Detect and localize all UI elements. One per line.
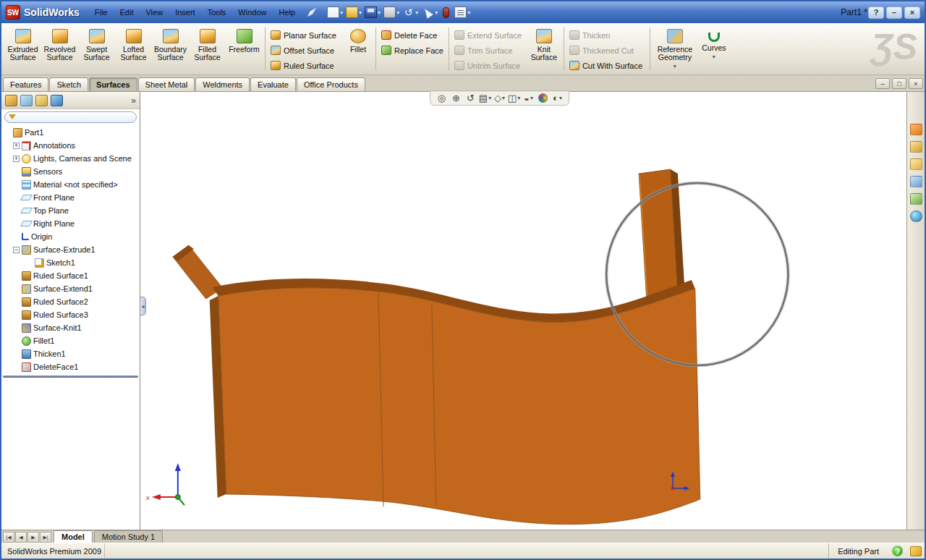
design-library-icon[interactable] — [910, 141, 922, 153]
tree-item-surface-knit1[interactable]: Surface-Knit1 — [1, 321, 140, 334]
tab-features[interactable]: Features — [3, 77, 48, 91]
cut-with-surface-button[interactable]: Cut With Surface — [566, 59, 647, 72]
tab-office-products[interactable]: Office Products — [297, 77, 365, 91]
menu-tools[interactable]: Tools — [202, 6, 232, 19]
tree-item-deleteface1[interactable]: DeleteFace1 — [1, 360, 140, 373]
doc-close-button[interactable]: × — [909, 78, 923, 89]
view-settings-icon[interactable]: ◐▾ — [551, 92, 564, 104]
rollback-bar[interactable] — [3, 376, 138, 378]
untrim-surface-button[interactable]: Untrim Surface — [451, 59, 527, 72]
sketch-circle[interactable] — [606, 183, 788, 365]
tab-sketch[interactable]: Sketch — [49, 77, 88, 91]
tab-weldments[interactable]: Weldments — [195, 77, 250, 91]
tree-item-right-plane[interactable]: Right Plane — [1, 217, 140, 230]
help-button[interactable]: ? — [868, 7, 884, 19]
tree-item-ruled-surface1[interactable]: Ruled Surface1 — [1, 269, 140, 282]
thicken-button[interactable]: Thicken — [566, 28, 647, 42]
graphics-area[interactable]: x — [140, 92, 906, 530]
close-button[interactable]: × — [904, 7, 920, 19]
tree-item-lights[interactable]: +Lights, Cameras and Scene — [1, 152, 140, 165]
tree-item-annotations[interactable]: +Annotations — [1, 139, 140, 152]
tree-item-part1[interactable]: Part1 — [1, 126, 140, 139]
tree-item-ruled-surface2[interactable]: Ruled Surface2 — [1, 295, 140, 308]
tree-item-front-plane[interactable]: Front Plane — [1, 191, 140, 204]
tab-scroll-first-button[interactable]: |◀ — [3, 532, 14, 543]
lofted-surface-button[interactable]: Lofted Surface — [115, 25, 152, 73]
extend-surface-button[interactable]: Extend Surface — [451, 28, 527, 42]
display-style-icon[interactable]: ◫▾ — [507, 92, 521, 104]
panel-overflow-chevron[interactable]: » — [131, 96, 136, 106]
expander[interactable]: + — [13, 143, 20, 149]
tree-item-ruled-surface3[interactable]: Ruled Surface3 — [1, 308, 140, 321]
tab-scroll-last-button[interactable]: ▶| — [40, 532, 51, 543]
fillet-button[interactable]: Fillet — [343, 25, 373, 73]
tree-item-origin[interactable]: Origin — [1, 230, 140, 243]
offset-surface-button[interactable]: Offset Surface — [268, 43, 343, 57]
resources-home-icon[interactable] — [910, 124, 922, 135]
zoom-fit-icon[interactable]: ◎ — [435, 92, 449, 104]
menu-help[interactable]: Help — [273, 6, 301, 19]
freeform-button[interactable]: Freeform — [226, 25, 263, 73]
quick-tips-help-icon[interactable]: ? — [892, 546, 903, 556]
hide-show-items-icon[interactable]: ◒▾ — [522, 92, 535, 104]
dropdown-caret-icon[interactable]: ▾ — [713, 54, 715, 60]
rebuild-button[interactable] — [439, 7, 453, 19]
save-button[interactable]: ▾ — [363, 6, 382, 19]
featuremanager-tab-icon[interactable] — [5, 95, 17, 106]
revolved-surface-button[interactable]: Revolved Surface — [41, 25, 78, 73]
ruled-surface-button[interactable]: Ruled Surface — [268, 59, 343, 72]
view-orientation-icon[interactable]: ◇▾ — [493, 92, 506, 104]
new-document-button[interactable]: ▾ — [326, 6, 344, 19]
menu-window[interactable]: Window — [232, 6, 272, 19]
configurationmanager-tab-icon[interactable] — [35, 95, 48, 106]
dropdown-caret-icon[interactable]: ▾ — [674, 64, 676, 69]
search-icon[interactable] — [910, 176, 922, 187]
tab-sheet-metal[interactable]: Sheet Metal — [138, 77, 195, 91]
reference-geometry-button[interactable]: Reference Geometry▾ — [653, 25, 697, 73]
menu-file[interactable]: File — [89, 6, 114, 19]
tree-item-sketch1[interactable]: Sketch1 — [1, 256, 140, 269]
tree-item-surface-extrude1[interactable]: −Surface-Extrude1 — [1, 243, 140, 256]
planar-surface-button[interactable]: Planar Surface — [268, 28, 343, 42]
tree-item-surface-extend1[interactable]: Surface-Extend1 — [1, 282, 140, 295]
graphics-viewport[interactable]: ◎ ⊕ ↺ ▤▾ ◇▾ ◫▾ ◒▾ ◐▾ ◂ — [140, 92, 906, 530]
tab-evaluate[interactable]: Evaluate — [250, 77, 296, 91]
tab-scroll-next-button[interactable]: ▶ — [27, 532, 39, 543]
doc-restore-button[interactable]: □ — [892, 78, 906, 89]
tree-item-top-plane[interactable]: Top Plane — [1, 204, 140, 217]
menu-insert[interactable]: Insert — [169, 6, 201, 19]
appearances-icon[interactable] — [910, 211, 922, 222]
tree-item-sensors[interactable]: Sensors — [1, 165, 140, 178]
replace-face-button[interactable]: Replace Face — [378, 43, 446, 57]
delete-face-button[interactable]: Delete Face — [378, 28, 446, 42]
undo-button[interactable]: ↺▾ — [401, 6, 420, 19]
print-button[interactable]: ▾ — [382, 6, 401, 19]
doc-minimize-button[interactable]: – — [875, 78, 890, 89]
menu-edit[interactable]: Edit — [114, 6, 140, 19]
open-button[interactable]: ▾ — [344, 6, 363, 19]
menu-view[interactable]: View — [140, 6, 169, 19]
thickened-cut-button[interactable]: Thickened Cut — [566, 43, 647, 57]
model-surface[interactable] — [210, 279, 700, 525]
file-explorer-icon[interactable] — [910, 158, 922, 170]
dimxpertmanager-tab-icon[interactable] — [51, 95, 63, 106]
tab-model[interactable]: Model — [54, 530, 93, 543]
curves-button[interactable]: Curves▾ — [697, 25, 731, 73]
minimize-button[interactable]: – — [886, 7, 902, 19]
options-button[interactable]: ▾ — [453, 6, 472, 19]
knit-surface-button[interactable]: Knit Surface — [527, 25, 561, 73]
propertymanager-tab-icon[interactable] — [20, 95, 33, 106]
previous-view-icon[interactable]: ↺ — [464, 92, 477, 104]
view-palette-icon[interactable] — [910, 193, 922, 205]
expander[interactable]: − — [13, 247, 20, 253]
tree-filter-field[interactable] — [4, 111, 137, 123]
section-view-icon[interactable]: ▤▾ — [478, 92, 492, 104]
tab-motion-study-1[interactable]: Motion Study 1 — [94, 530, 163, 543]
panel-splitter-handle[interactable]: ◂ — [140, 297, 146, 315]
swept-surface-button[interactable]: Swept Surface — [78, 25, 115, 73]
trim-surface-button[interactable]: Trim Surface — [451, 43, 527, 57]
tree-item-fillet1[interactable]: Fillet1 — [1, 334, 140, 347]
filled-surface-button[interactable]: Filled Surface — [189, 25, 226, 73]
extruded-surface-button[interactable]: Extruded Surface — [4, 25, 41, 73]
tab-surfaces[interactable]: Surfaces — [89, 77, 137, 91]
